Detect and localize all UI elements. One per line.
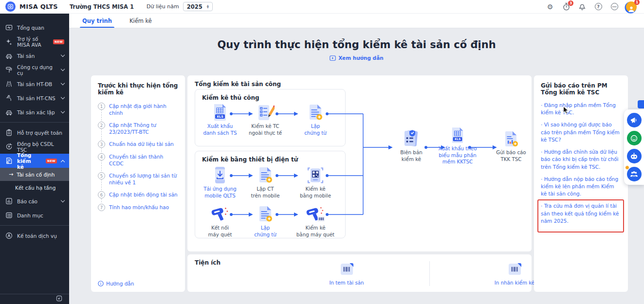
- sidebar-item-label: Kế toán dịch vụ: [17, 233, 57, 239]
- inventory-flow-panel: Tổng kiểm kê tài sản công Kiểm kê thủ cô…: [187, 75, 532, 251]
- settings-icon[interactable]: ⚙: [546, 2, 554, 11]
- box-title: Kiểm kê bằng thiết bị điện tử: [202, 156, 298, 163]
- sidebar-item-tong-quan[interactable]: Tổng quan: [0, 20, 69, 35]
- chevron-down-icon: [61, 67, 65, 71]
- sidebar-item-bao-cao[interactable]: Báo cáo: [0, 194, 69, 208]
- panel-title: Gửi báo cáo trên PM Tổng kiểm kê TSC: [541, 82, 621, 96]
- sidebar-item-danh-muc[interactable]: Danh mục: [0, 208, 69, 222]
- report-link[interactable]: · Hướng dẫn nộp báo cáo tổng kiểm kê lên…: [541, 176, 621, 198]
- sidebar-item-ho-tro-quyet-toan[interactable]: Hỗ trợ quyết toán: [0, 125, 69, 140]
- data-year-stepper[interactable]: 2025 ▲ ▼: [183, 2, 213, 11]
- chevron-up-icon: [61, 160, 65, 163]
- collapse-sidebar-icon[interactable]: [56, 295, 62, 303]
- sidebar-item-tai-san-xac-lap[interactable]: Tài sản xác lập: [0, 105, 69, 119]
- sidebar-item-label: Tài sản xác lập: [17, 109, 55, 115]
- sidebar-item-label: Tài sản HT-CNS: [17, 95, 55, 101]
- print-asset-label-item[interactable]: In tem tài sản: [315, 262, 378, 286]
- before-steps-list: 1 Cập nhật địa giới hành chính 2 Cập nhậ…: [98, 103, 178, 211]
- document-plus-icon: [294, 103, 337, 121]
- report-link[interactable]: · Hướng dẫn chỉnh sửa dữ liệu báo cáo kh…: [541, 148, 621, 171]
- community-people-icon[interactable]: [627, 167, 642, 181]
- help-icon[interactable]: ?: [594, 2, 603, 11]
- flow-step-bien-ban[interactable]: Biên bản kiểm kê: [391, 129, 432, 162]
- more-options-icon[interactable]: ⋯: [610, 2, 619, 11]
- new-badge: NEW: [46, 159, 57, 163]
- flow-step-lap-chung-tu[interactable]: Lập chứng từ: [294, 103, 337, 136]
- guide-link[interactable]: Hướng dẫn: [98, 281, 134, 286]
- sidebar-item-tai-san-ht-cns[interactable]: Tài sản HT-CNS: [0, 91, 69, 105]
- inventory-check-icon: [5, 157, 13, 165]
- send-report-panel: Gửi báo cáo trên PM Tổng kiểm kê TSC · Đ…: [534, 75, 628, 292]
- flow-step-kiem-ke-tc[interactable]: Kiểm kê TC ngoài thực tế: [244, 103, 287, 136]
- flow-step-ket-noi-may-quet[interactable]: Kết nối máy quét: [199, 204, 241, 238]
- flow-step-lap-chung-tu-2[interactable]: Lập chứng từ: [244, 204, 287, 238]
- chatbot-icon[interactable]: [627, 149, 642, 163]
- sparkle-ai-icon: [5, 38, 13, 46]
- flow-step-xuat-khau-ds[interactable]: XLS Xuất khẩu danh sách TS: [199, 103, 241, 136]
- sidebar-item-cong-cu-dung-cu[interactable]: Công cụ dụng cụ: [0, 63, 69, 77]
- list-icon: [5, 212, 13, 219]
- support-smiley-icon[interactable]: [627, 131, 642, 145]
- list-item[interactable]: 4 Chuyển tài sản thành CCDC: [98, 153, 178, 167]
- sidebar-item-ke-toan-dich-vu[interactable]: Kế toán dịch vụ: [0, 229, 69, 243]
- flow-step-xuat-khau-kktsc[interactable]: XLS Xuất khẩu theo biểu mẫu phần mềm KKT…: [437, 125, 478, 165]
- highlighted-link-wrap: · Tra cứu mã đơn vị quản lí tài sản theo…: [541, 202, 621, 225]
- notifications-bell-icon[interactable]: [578, 2, 587, 11]
- report-link[interactable]: · Tra cứu mã đơn vị quản lí tài sản theo…: [541, 202, 621, 225]
- step-number: 1: [98, 103, 105, 110]
- list-item[interactable]: 3 Chuẩn hóa dữ liệu tài sản: [98, 141, 178, 148]
- data-year-value: 2025: [187, 3, 202, 10]
- announcement-megaphone-icon[interactable]: [627, 113, 642, 127]
- year-spinner[interactable]: ▲ ▼: [207, 5, 209, 8]
- mobile-download-icon: [199, 165, 241, 184]
- list-item[interactable]: 5 Chuyển số lượng tài sản từ nhiều về 1: [98, 172, 178, 186]
- watch-guide-link[interactable]: Xem hướng dẫn: [69, 55, 644, 61]
- checklist-pencil-icon: [244, 103, 287, 121]
- spinner-down-icon[interactable]: ▼: [207, 7, 209, 8]
- list-item[interactable]: 7 Tính hao mòn/khấu hao: [98, 204, 178, 211]
- report-link[interactable]: · Đăng nhập phần mềm Tổng kiểm kê TSC.: [541, 102, 621, 116]
- report-links-list: · Đăng nhập phần mềm Tổng kiểm kê TSC. ·…: [541, 102, 621, 225]
- list-item[interactable]: 2 Cập nhật Thông tư 23/2023/TT-BTC: [98, 122, 178, 135]
- list-item[interactable]: 1 Cập nhật địa giới hành chính: [98, 103, 178, 116]
- panel-title: Tiện ích: [195, 259, 221, 266]
- sidebar-subitem-tai-san-co-dinh[interactable]: → Tài sản cố định: [0, 168, 69, 181]
- sidebar-item-label: Tổng quan: [17, 25, 44, 31]
- step-number: 4: [98, 153, 105, 161]
- divider: [0, 122, 69, 123]
- user-avatar[interactable]: 1: [626, 1, 637, 12]
- label-barcode-icon: [340, 271, 354, 278]
- xls-file-icon: XLS: [437, 125, 478, 143]
- bar-chart-icon: [5, 197, 13, 205]
- misa-logo-icon[interactable]: [5, 1, 16, 12]
- list-item[interactable]: 6 Cập nhật biến động tài sản: [98, 191, 178, 198]
- timer-badge: 3: [568, 0, 573, 6]
- report-shield-icon: [391, 129, 432, 147]
- floating-panel-handle[interactable]: [638, 100, 644, 108]
- chevron-down-icon: [61, 53, 65, 57]
- sidebar-item-tong-kiem-ke[interactable]: Tổng kiểm kê NEW: [0, 154, 69, 168]
- sidebar-subitem-ket-cau-ha-tang[interactable]: Kết cấu hạ tầng: [0, 181, 69, 194]
- water-pipe-icon: [5, 94, 13, 102]
- sidebar-item-tai-san-ht-db[interactable]: Tài sản HT-ĐB: [0, 77, 69, 91]
- flow-step-kiem-ke-mobile[interactable]: Kiểm kê bằng mobile: [294, 165, 337, 199]
- floating-action-panel: [624, 109, 644, 185]
- sidebar-item-tai-san[interactable]: Tài sản: [0, 49, 69, 63]
- avatar-badge: 1: [634, 0, 640, 5]
- flow-step-lap-ct-mobile[interactable]: Lập CT trên mobile: [244, 165, 287, 199]
- flow-step-gui-bao-cao[interactable]: Gửi báo cáo TKK TSC: [491, 129, 532, 162]
- flow-step-kiem-ke-may-quet[interactable]: Kiểm kê bằng máy quét: [294, 204, 337, 238]
- sidebar-item-tro-ly-so[interactable]: Trợ lý số MISA AVA NEW: [0, 35, 69, 49]
- step-number: 2: [98, 122, 105, 129]
- app-title: MISA QLTS: [19, 3, 58, 10]
- report-link[interactable]: · Vì sao không gửi được báo cáo trên phầ…: [541, 121, 621, 143]
- organization-name: Trường THCS MISA 1: [70, 3, 134, 10]
- tab-quy-trinh[interactable]: Quy trình: [82, 14, 112, 28]
- reminder-timer-icon[interactable]: 3: [562, 2, 570, 11]
- flow-step-tai-ung-dung[interactable]: Tải ứng dụng mobile QLTS: [199, 165, 241, 199]
- tab-kiem-ke[interactable]: Kiểm kê: [129, 14, 152, 28]
- sidebar-subitem-label: Tài sản cố định: [17, 172, 55, 178]
- data-year-label: Dữ liệu năm: [147, 3, 179, 10]
- qr-scan-mobile-icon: [294, 165, 337, 184]
- sidebar-item-label: Trợ lý số MISA AVA: [17, 36, 47, 48]
